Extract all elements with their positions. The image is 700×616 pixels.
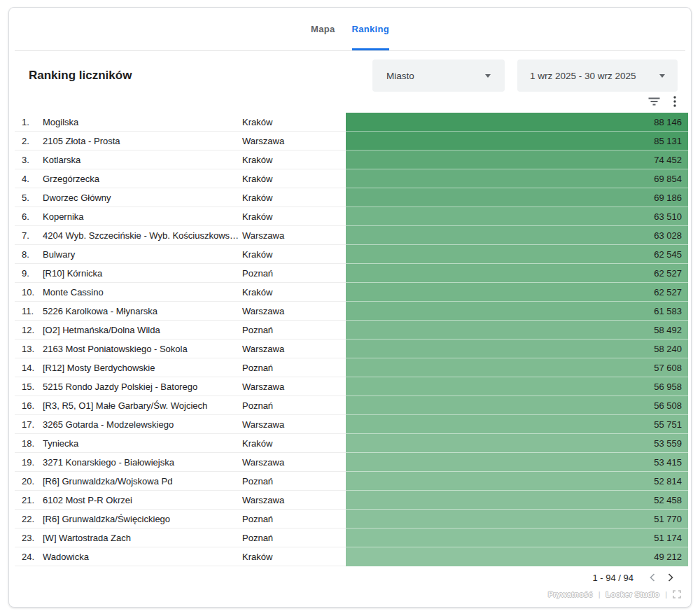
- footer-separator: |: [665, 590, 667, 598]
- row-rank: 10.: [15, 283, 43, 302]
- row-counter-name: 6102 Most P-R Okrzei: [43, 491, 242, 510]
- row-counter-name: Grzegórzecka: [43, 169, 242, 188]
- row-rank: 9.: [15, 264, 43, 283]
- row-city: Warszawa: [242, 377, 346, 396]
- tab-ranking[interactable]: Ranking: [352, 8, 389, 50]
- table-row[interactable]: 19.3271 Konarskiego - BiałowiejskaWarsza…: [15, 453, 688, 472]
- table-row[interactable]: 8.BulwaryKraków62 545: [15, 245, 688, 264]
- ranking-table-body: 1.MogilskaKraków88 1462.2105 Złota - Pro…: [15, 113, 688, 566]
- row-rank: 18.: [15, 434, 43, 453]
- page-tab-bar: Mapa Ranking: [15, 8, 685, 51]
- table-row[interactable]: 11.5226 Karolkowa - MłynarskaWarszawa61 …: [15, 302, 688, 321]
- table-row[interactable]: 2.2105 Złota - ProstaWarszawa85 131: [15, 132, 688, 150]
- table-row[interactable]: 24.WadowickaKraków49 212: [15, 547, 688, 566]
- row-counter-name: 2163 Most Poniatowskiego - Sokola: [43, 340, 242, 358]
- row-city: Poznań: [242, 321, 346, 340]
- table-row[interactable]: 21.6102 Most P-R OkrzeiWarszawa52 458: [15, 491, 688, 510]
- row-rank: 12.: [15, 321, 43, 340]
- table-row[interactable]: 16.[R3, R5, O1] Małe Garbary/Św. Wojciec…: [15, 396, 688, 415]
- row-value-heatmap-cell: 56 958: [346, 377, 688, 396]
- row-city: Kraków: [242, 245, 346, 264]
- row-counter-name: 5226 Karolkowa - Młynarska: [43, 302, 242, 321]
- row-value-heatmap-cell: 85 131: [346, 132, 688, 150]
- table-row[interactable]: 15.5215 Rondo Jazdy Polskiej - BatoregoW…: [15, 377, 688, 396]
- row-counter-name: 5215 Rondo Jazdy Polskiej - Batorego: [43, 377, 242, 396]
- row-city: Poznań: [242, 358, 346, 377]
- report-header: Ranking liczników Miasto 1 wrz 2025 - 30…: [9, 51, 691, 92]
- table-row[interactable]: 14.[R12] Mosty BerdychowskiePoznań57 608: [15, 358, 688, 377]
- row-value-heatmap-cell: 62 527: [346, 264, 688, 283]
- table-row[interactable]: 1.MogilskaKraków88 146: [15, 113, 688, 132]
- table-row[interactable]: 13.2163 Most Poniatowskiego - SokolaWars…: [15, 340, 688, 358]
- table-row[interactable]: 3.KotlarskaKraków74 452: [15, 150, 688, 169]
- row-counter-name: Mogilska: [43, 113, 242, 132]
- row-city: Kraków: [242, 283, 346, 302]
- ranking-table: 1.MogilskaKraków88 1462.2105 Złota - Pro…: [15, 113, 688, 566]
- table-row[interactable]: 17.3265 Gotarda - ModzelewskiegoWarszawa…: [15, 415, 688, 434]
- city-filter-label: Miasto: [386, 71, 414, 81]
- date-range-label: 1 wrz 2025 - 30 wrz 2025: [530, 71, 636, 81]
- filter-list-icon[interactable]: [648, 97, 660, 106]
- fullscreen-icon[interactable]: [673, 590, 681, 598]
- row-counter-name: [W] Wartostrada Zach: [43, 528, 242, 547]
- row-value-heatmap-cell: 69 854: [346, 169, 688, 188]
- row-counter-name: 3265 Gotarda - Modzelewskiego: [43, 415, 242, 434]
- row-value-heatmap-cell: 74 452: [346, 150, 688, 169]
- row-value-heatmap-cell: 49 212: [346, 547, 688, 566]
- privacy-link[interactable]: Prywatność: [548, 590, 593, 598]
- table-row[interactable]: 9.[R10] KórnickaPoznań62 527: [15, 264, 688, 283]
- chevron-down-icon: [659, 74, 665, 78]
- prev-page-button[interactable]: [643, 569, 662, 586]
- row-city: Warszawa: [242, 302, 346, 321]
- table-row[interactable]: 18.TynieckaKraków53 559: [15, 434, 688, 453]
- row-counter-name: 3271 Konarskiego - Białowiejska: [43, 453, 242, 472]
- table-row[interactable]: 5.Dworzec GłównyKraków69 186: [15, 188, 688, 207]
- date-range-dropdown[interactable]: 1 wrz 2025 - 30 wrz 2025: [517, 59, 678, 92]
- row-counter-name: [R10] Kórnicka: [43, 264, 242, 283]
- row-value-heatmap-cell: 53 415: [346, 453, 688, 472]
- row-rank: 6.: [15, 207, 43, 226]
- chevron-down-icon: [485, 74, 491, 78]
- row-rank: 1.: [15, 113, 43, 132]
- row-counter-name: Dworzec Główny: [43, 188, 242, 207]
- row-rank: 3.: [15, 150, 43, 169]
- row-city: Kraków: [242, 150, 346, 169]
- row-rank: 15.: [15, 377, 43, 396]
- row-rank: 17.: [15, 415, 43, 434]
- row-value-heatmap-cell: 69 186: [346, 188, 688, 207]
- table-row[interactable]: 4.GrzegórzeckaKraków69 854: [15, 169, 688, 188]
- row-city: Poznań: [242, 528, 346, 547]
- row-city: Kraków: [242, 188, 346, 207]
- kebab-menu-icon[interactable]: [673, 96, 676, 107]
- row-value-heatmap-cell: 62 527: [346, 283, 688, 302]
- pagination-range-label: 1 - 94 / 94: [592, 573, 634, 583]
- table-row[interactable]: 7.4204 Wyb. Szczecińskie - Wyb. Kościusz…: [15, 226, 688, 245]
- table-row[interactable]: 12.[O2] Hetmańska/Dolna WildaPoznań58 49…: [15, 321, 688, 340]
- row-counter-name: [O2] Hetmańska/Dolna Wilda: [43, 321, 242, 340]
- row-counter-name: Monte Cassino: [43, 283, 242, 302]
- looker-studio-link[interactable]: Looker Studio: [606, 590, 660, 598]
- row-rank: 11.: [15, 302, 43, 321]
- table-row[interactable]: 6.KopernikaKraków63 510: [15, 207, 688, 226]
- row-rank: 20.: [15, 472, 43, 491]
- row-value-heatmap-cell: 88 146: [346, 113, 688, 132]
- row-value-heatmap-cell: 55 751: [346, 415, 688, 434]
- row-counter-name: [R6] Grunwaldzka/Wojskowa Pd: [43, 472, 242, 491]
- table-row[interactable]: 10.Monte CassinoKraków62 527: [15, 283, 688, 302]
- city-filter-dropdown[interactable]: Miasto: [372, 59, 505, 92]
- table-row[interactable]: 20.[R6] Grunwaldzka/Wojskowa PdPoznań52 …: [15, 472, 688, 491]
- table-row[interactable]: 23.[W] Wartostrada ZachPoznań51 174: [15, 528, 688, 547]
- row-city: Poznań: [242, 472, 346, 491]
- table-row[interactable]: 22.[R6] Grunwaldzka/ŚwięcickiegoPoznań51…: [15, 510, 688, 528]
- row-counter-name: Bulwary: [43, 245, 242, 264]
- row-city: Warszawa: [242, 491, 346, 510]
- pagination-bar: 1 - 94 / 94: [9, 567, 691, 588]
- embed-footer: Prywatność | Looker Studio |: [9, 588, 691, 601]
- row-rank: 22.: [15, 510, 43, 528]
- row-counter-name: 4204 Wyb. Szczecińskie - Wyb. Kościuszko…: [43, 226, 242, 245]
- row-value-heatmap-cell: 58 240: [346, 340, 688, 358]
- row-value-heatmap-cell: 62 545: [346, 245, 688, 264]
- tab-mapa[interactable]: Mapa: [311, 8, 335, 50]
- next-page-button[interactable]: [662, 569, 680, 586]
- row-value-heatmap-cell: 52 458: [346, 491, 688, 510]
